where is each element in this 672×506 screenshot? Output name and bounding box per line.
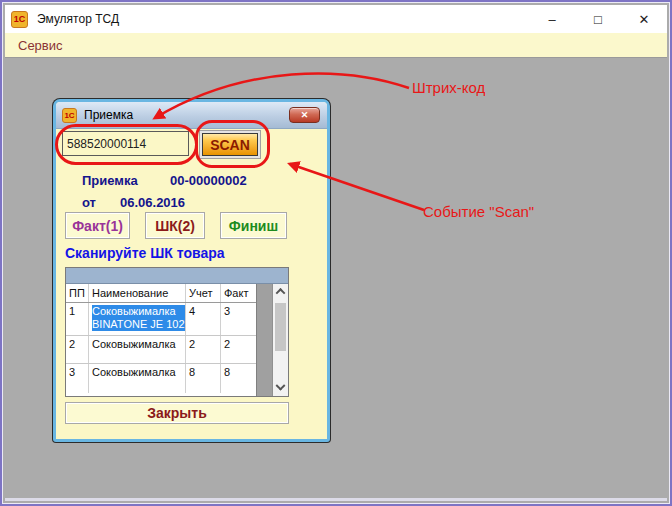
dialog-body: SCAN Приемка 00-00000002 от 06.06.2016 Ф… xyxy=(56,129,327,436)
chevron-up-icon xyxy=(275,288,285,298)
dialog-titlebar[interactable]: 1С Приемка ✕ xyxy=(56,102,327,129)
table-row[interactable]: 1 Соковыжималка BINATONE JE 102 4 3 xyxy=(66,303,256,336)
scroll-thumb[interactable] xyxy=(275,303,286,351)
table-main: ПП Наименование Учет Факт 1 Соковыжималк… xyxy=(66,284,288,396)
table-header-row: ПП Наименование Учет Факт xyxy=(66,284,256,303)
selected-cell[interactable]: Соковыжималка BINATONE JE 102 xyxy=(92,305,185,331)
dialog-1c-icon: 1С xyxy=(62,108,77,123)
scan-button[interactable]: SCAN xyxy=(199,130,261,159)
table-grid: ПП Наименование Учет Факт 1 Соковыжималк… xyxy=(66,284,256,396)
dialog-close-button[interactable]: ✕ xyxy=(289,107,320,123)
barcode-input[interactable] xyxy=(62,131,189,156)
scroll-down-button[interactable] xyxy=(273,381,288,396)
scan-button-label: SCAN xyxy=(202,133,258,156)
col-header-pp: ПП xyxy=(66,284,89,302)
priemka-dialog: 1С Приемка ✕ SCAN Приемка 00-00000002 от… xyxy=(53,99,330,442)
date-value: 06.06.2016 xyxy=(120,195,185,210)
fact-button[interactable]: Факт(1) xyxy=(65,212,130,239)
cell-name: Соковыжималка xyxy=(89,364,186,393)
chevron-down-icon xyxy=(275,381,285,391)
app-titlebar: 1С Эмулятор ТСД – □ ✕ xyxy=(5,5,667,33)
cell-uchet: 8 xyxy=(186,364,221,393)
menu-service[interactable]: Сервис xyxy=(18,38,63,53)
finish-button[interactable]: Финиш xyxy=(220,212,287,239)
cell-fakt: 3 xyxy=(221,303,256,335)
cell-name: Соковыжималка BINATONE JE 102 xyxy=(89,303,186,335)
doc-number: 00-00000002 xyxy=(170,173,247,188)
table-caption-band xyxy=(66,268,288,284)
cell-fakt: 8 xyxy=(221,364,256,393)
cell-fakt: 2 xyxy=(221,336,256,363)
cell-pp: 3 xyxy=(66,364,89,393)
cell-pp: 2 xyxy=(66,336,89,363)
col-header-uchet: Учет xyxy=(186,284,221,302)
table-row[interactable]: 2 Соковыжималка 2 2 xyxy=(66,336,256,364)
scan-prompt: Сканируйте ШК товара xyxy=(65,245,225,261)
scroll-up-button[interactable] xyxy=(273,284,288,299)
shk-button[interactable]: ШК(2) xyxy=(145,212,205,239)
cell-uchet: 4 xyxy=(186,303,221,335)
col-header-fakt: Факт xyxy=(221,284,256,302)
maximize-button[interactable]: □ xyxy=(575,5,621,33)
app-title: Эмулятор ТСД xyxy=(37,12,119,26)
app-1c-icon: 1С xyxy=(11,11,28,28)
close-dialog-button[interactable]: Закрыть xyxy=(65,402,289,424)
cell-name: Соковыжималка xyxy=(89,336,186,363)
col-header-name: Наименование xyxy=(89,284,186,302)
cell-pp: 1 xyxy=(66,303,89,335)
minimize-button[interactable]: – xyxy=(529,5,575,33)
menubar: Сервис xyxy=(5,33,667,58)
table-filler-column xyxy=(256,284,272,396)
table-scrollbar[interactable] xyxy=(272,284,288,396)
date-label: от xyxy=(82,195,96,210)
dialog-title: Приемка xyxy=(84,108,133,122)
scroll-track[interactable] xyxy=(273,299,288,381)
window-controls: – □ ✕ xyxy=(529,5,667,33)
doc-label: Приемка xyxy=(82,173,138,188)
items-table: ПП Наименование Учет Факт 1 Соковыжималк… xyxy=(65,267,289,397)
close-button[interactable]: ✕ xyxy=(621,5,667,33)
cell-uchet: 2 xyxy=(186,336,221,363)
table-row[interactable]: 3 Соковыжималка 8 8 xyxy=(66,364,256,393)
